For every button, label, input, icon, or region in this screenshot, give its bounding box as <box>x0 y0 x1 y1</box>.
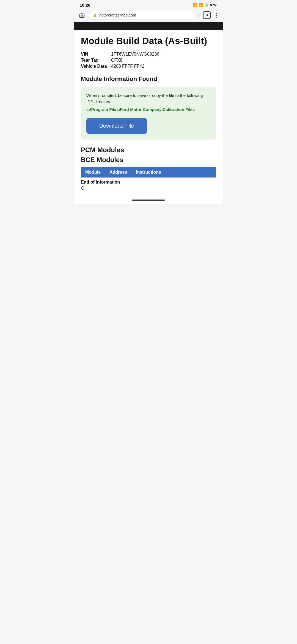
address-bar[interactable]: 🔒 notorcraftservice.com <box>89 11 194 19</box>
vehicle-data-row: Vehicle Data 4203 FFFF FF42 <box>81 64 216 69</box>
bce-modules-heading: BCE Modules <box>81 156 216 164</box>
url-text: notorcraftservice.com <box>99 13 191 17</box>
vehicle-data-label: Vehicle Data <box>81 64 111 69</box>
info-box: When prompted, be sure to save or copy t… <box>81 87 216 140</box>
home-button[interactable] <box>78 11 86 20</box>
tear-tag-row: Tear Tag CFX8 <box>81 58 216 63</box>
table-header-address: Address <box>105 167 131 178</box>
bce-table-header: Module Address Instructions <box>81 167 216 178</box>
end-of-info-text: End of information <box>81 180 216 185</box>
info-box-path: c:\Program Files\Ford Motor Company\Cali… <box>86 107 211 113</box>
page-content: Module Build Data (As-Built) VIN 1FT6W1E… <box>74 22 223 196</box>
pcm-modules-heading: PCM Modules <box>81 146 216 154</box>
wifi-icon: 📶 <box>193 3 197 7</box>
end-of-info-sub: G <box>81 186 216 191</box>
more-options-button[interactable]: ⋮ <box>213 12 219 18</box>
browser-chrome: 🔒 notorcraftservice.com + 3 ⋮ <box>74 9 223 22</box>
status-time: 10:26 <box>80 3 90 7</box>
meta-table: VIN 1FT6W1EV0NWG08236 Tear Tag CFX8 Vehi… <box>81 52 216 69</box>
signal-icon: 📶 <box>199 3 203 7</box>
lock-icon: 🔒 <box>93 13 97 17</box>
battery-icon: 🔋 <box>204 3 209 7</box>
table-header-module: Module <box>81 167 105 178</box>
top-header-bar <box>74 22 223 30</box>
main-content: Module Build Data (As-Built) VIN 1FT6W1E… <box>74 30 223 196</box>
tear-tag-value: CFX8 <box>111 58 122 63</box>
status-bar: 10:26 📶 📶 🔋 97% <box>74 0 223 9</box>
new-tab-button[interactable]: + <box>197 12 201 19</box>
battery-percent: 97% <box>210 3 217 7</box>
module-info-heading: Module Information Found <box>81 75 216 83</box>
table-header-instructions: Instructions <box>131 167 166 178</box>
vin-value: 1FT6W1EV0NWG08236 <box>111 52 159 57</box>
vehicle-data-value: 4203 FFFF FF42 <box>111 64 144 69</box>
vin-row: VIN 1FT6W1EV0NWG08236 <box>81 52 216 57</box>
tab-count-button[interactable]: 3 <box>203 11 211 19</box>
info-box-text: When prompted, be sure to save or copy t… <box>86 92 211 105</box>
home-indicator-bar <box>132 200 165 201</box>
status-icons: 📶 📶 🔋 97% <box>193 3 217 7</box>
tear-tag-label: Tear Tag <box>81 58 111 63</box>
page-title: Module Build Data (As-Built) <box>81 36 216 46</box>
bottom-indicator <box>74 196 223 204</box>
browser-actions: + 3 ⋮ <box>197 11 219 19</box>
download-file-button[interactable]: Download File <box>86 118 147 134</box>
vin-label: VIN <box>81 52 111 57</box>
